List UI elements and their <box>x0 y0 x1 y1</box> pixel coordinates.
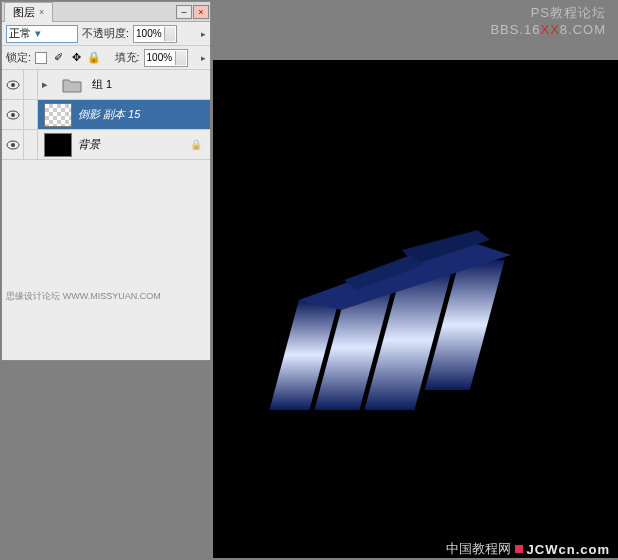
link-column <box>24 100 38 129</box>
fill-flyout-icon[interactable]: ▸ <box>201 53 206 63</box>
visibility-toggle[interactable] <box>2 100 24 129</box>
opacity-input[interactable]: 100% <box>133 25 177 43</box>
wm-line1: PS教程论坛 <box>490 4 606 22</box>
link-column <box>24 70 38 99</box>
opacity-label: 不透明度: <box>82 26 129 41</box>
footer-watermark: 中国教程网 JCWcn.com <box>446 540 610 558</box>
link-column <box>24 130 38 159</box>
layer-row-background[interactable]: 背景 🔒 <box>2 130 210 160</box>
layer-row-selected[interactable]: 倒影 副本 15 <box>2 100 210 130</box>
fill-input[interactable]: 100% <box>144 49 188 67</box>
layers-panel: 图层 × – × 正常 ▾ 不透明度: 100% ▸ 锁定: ✐ ✥ 🔒 填充:… <box>1 1 211 361</box>
layer-name: 背景 <box>78 137 100 152</box>
footer-text: 中国教程网 <box>446 540 511 558</box>
artwork-3d-text <box>263 210 563 430</box>
blend-opacity-row: 正常 ▾ 不透明度: 100% ▸ <box>2 22 210 46</box>
minimize-button[interactable]: – <box>176 5 192 19</box>
layer-list: ▸ 组 1 倒影 副本 15 背景 🔒 <box>2 70 210 160</box>
eye-icon <box>6 110 20 120</box>
folder-icon <box>58 73 86 97</box>
lock-all-icon[interactable]: 🔒 <box>87 51 101 65</box>
canvas-area <box>213 60 618 558</box>
lock-icon: 🔒 <box>190 139 202 150</box>
panel-watermark: 思缘设计论坛 WWW.MISSYUAN.COM <box>6 290 161 303</box>
tab-label: 图层 <box>13 5 35 20</box>
blend-mode-select[interactable]: 正常 ▾ <box>6 25 78 43</box>
panel-tab-bar: 图层 × – × <box>2 2 210 22</box>
svg-point-3 <box>11 113 15 117</box>
wm-line2: BBS.16XX8.COM <box>490 22 606 37</box>
lock-transparency-icon[interactable] <box>35 52 47 64</box>
brand-square-icon <box>515 545 523 553</box>
expand-arrow-icon[interactable]: ▸ <box>42 78 48 91</box>
layer-thumbnail <box>44 133 72 157</box>
layer-row-group[interactable]: ▸ 组 1 <box>2 70 210 100</box>
svg-point-1 <box>11 83 15 87</box>
fill-value: 100% <box>147 52 173 63</box>
lock-label: 锁定: <box>6 50 31 65</box>
blend-mode-value: 正常 <box>9 26 31 41</box>
layer-thumbnail <box>44 103 72 127</box>
svg-point-5 <box>11 143 15 147</box>
chevron-down-icon: ▾ <box>35 27 41 40</box>
window-controls: – × <box>176 5 210 19</box>
fill-label: 填充: <box>115 50 140 65</box>
lock-brush-icon[interactable]: ✐ <box>51 51 65 65</box>
flyout-menu-icon[interactable]: ▸ <box>201 29 206 39</box>
close-tab-icon[interactable]: × <box>39 7 44 17</box>
layer-name: 倒影 副本 15 <box>78 107 140 122</box>
eye-icon <box>6 80 20 90</box>
top-watermark: PS教程论坛 BBS.16XX8.COM <box>490 4 606 37</box>
lock-fill-row: 锁定: ✐ ✥ 🔒 填充: 100% ▸ <box>2 46 210 70</box>
opacity-value: 100% <box>136 28 162 39</box>
close-button[interactable]: × <box>193 5 209 19</box>
visibility-toggle[interactable] <box>2 70 24 99</box>
footer-brand: JCWcn.com <box>527 542 610 557</box>
panel-empty-area <box>2 160 210 360</box>
visibility-toggle[interactable] <box>2 130 24 159</box>
tab-layers[interactable]: 图层 × <box>4 2 53 22</box>
eye-icon <box>6 140 20 150</box>
layer-name: 组 1 <box>92 77 112 92</box>
lock-move-icon[interactable]: ✥ <box>69 51 83 65</box>
